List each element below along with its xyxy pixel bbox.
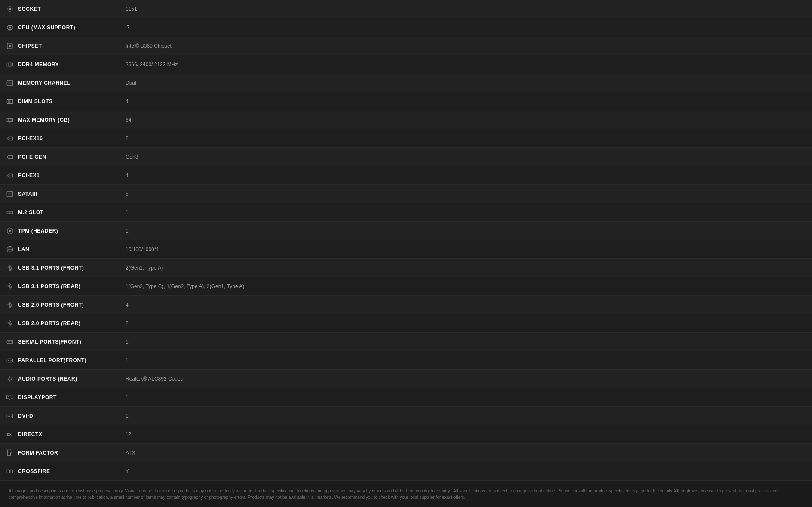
spec-value-pci-e-gen: Gen3 [120, 148, 812, 166]
spec-row-sataiii: SATAIII 5 [0, 185, 812, 203]
spec-value-memory-channel: Dual [120, 74, 812, 92]
spec-label-cell-pci-ex16: PCI-EX16 [0, 129, 120, 148]
spec-value-m2-slot: 1 [120, 203, 812, 222]
usb-icon [5, 319, 15, 328]
spec-row-tpm-header: TPM (HEADER) 1 [0, 222, 812, 240]
spec-value-crossfire: Y [120, 462, 812, 481]
spec-row-memory-channel: MEMORY CHANNEL Dual [0, 74, 812, 92]
spec-label-cell-parallel-port-front: PARALLEL PORT(FRONT) [0, 351, 120, 370]
dimm-icon [5, 97, 15, 106]
spec-row-displayport: D DISPLAYPORT 1 [0, 388, 812, 407]
spec-row-usb31-rear: USB 3.1 PORTS (REAR) 1(Gen2, Type C), 1(… [0, 277, 812, 296]
spec-label-cell-tpm-header: TPM (HEADER) [0, 222, 120, 240]
spec-value-usb31-rear: 1(Gen2, Type C), 1(Gen2, Type A), 2(Gen1… [120, 277, 812, 296]
spec-value-dvi-d: 1 [120, 407, 812, 425]
spec-label-cell-usb31-rear: USB 3.1 PORTS (REAR) [0, 277, 120, 296]
spec-value-sataiii: 5 [120, 185, 812, 203]
spec-label-serial-ports-front: SERIAL PORTS(FRONT) [18, 339, 81, 345]
spec-value-chipset: Intel® B360 Chipset [120, 37, 812, 55]
memory-channel-icon [5, 78, 15, 88]
svg-rect-30 [7, 63, 13, 66]
spec-value-socket: 1151 [120, 0, 812, 18]
spec-label-cell-lan: LAN [0, 240, 120, 259]
spec-label-m2-slot: M.2 SLOT [18, 209, 43, 215]
chipset-icon [5, 41, 15, 51]
displayport-icon: D [5, 393, 15, 402]
spec-label-lan: LAN [18, 246, 29, 252]
spec-value-form-factor: ATX [120, 444, 812, 462]
directx-icon: DX [5, 430, 15, 439]
spec-label-cell-max-memory: MAX MEMORY (GB) [0, 111, 120, 129]
svg-point-78 [8, 304, 9, 305]
spec-label-cpu-max-support: CPU (MAX SUPPORT) [18, 25, 75, 31]
usb-icon [5, 263, 15, 273]
svg-rect-15 [9, 27, 11, 29]
sata-icon [5, 189, 15, 199]
svg-point-97 [11, 416, 12, 417]
spec-label-cell-serial-ports-front: SERIAL PORTS(FRONT) [0, 333, 120, 351]
spec-label-dvi-d: DVI-D [18, 413, 33, 419]
spec-value-ddr4-memory: 2666/ 2400/ 2133 MHz [120, 55, 812, 74]
spec-value-cpu-max-support: i7 [120, 18, 812, 37]
svg-rect-84 [7, 359, 13, 362]
spec-label-tpm-header: TPM (HEADER) [18, 228, 58, 234]
spec-row-directx: DX DIRECTX 12 [0, 425, 812, 444]
spec-label-cell-pci-e-gen: PCI-E GEN [0, 148, 120, 166]
usb-icon [5, 300, 15, 310]
spec-label-cell-m2-slot: M.2 SLOT [0, 203, 120, 222]
svg-text:DX: DX [7, 433, 11, 436]
spec-label-socket: SOCKET [18, 6, 41, 12]
spec-label-cell-crossfire: CROSSFIRE [0, 462, 120, 481]
spec-row-lan: LAN 10/100/1000*1 [0, 240, 812, 259]
cpu-icon [5, 23, 15, 32]
svg-rect-1 [9, 8, 11, 10]
spec-value-dimm-slots: 4 [120, 92, 812, 111]
spec-label-cell-dvi-d: DVI-D [0, 407, 120, 425]
memory-icon [5, 115, 15, 125]
spec-label-pci-ex16: PCI-EX16 [18, 135, 43, 141]
spec-label-cell-directx: DX DIRECTX [0, 425, 120, 444]
spec-label-cell-dimm-slots: DIMM SLOTS [0, 92, 120, 111]
spec-label-dimm-slots: DIMM SLOTS [18, 98, 52, 104]
spec-label-pci-ex1: PCI-EX1 [18, 172, 40, 178]
spec-label-crossfire: CROSSFIRE [18, 468, 50, 474]
svg-point-95 [8, 416, 9, 417]
svg-point-70 [9, 230, 11, 232]
spec-row-usb31-front: USB 3.1 PORTS (FRONT) 2(Gen1, Type A) [0, 259, 812, 277]
spec-label-usb31-front: USB 3.1 PORTS (FRONT) [18, 265, 84, 271]
spec-value-audio-ports-rear: Realtek® ALC892 Codec [120, 370, 812, 388]
spec-row-serial-ports-front: SERIAL PORTS(FRONT) 1 [0, 333, 812, 351]
svg-rect-29 [9, 45, 11, 47]
specs-table: SOCKET 1151 CPU (MAX SUPPORT) i7 CHIPSET… [0, 0, 812, 481]
spec-value-pci-ex1: 4 [120, 166, 812, 185]
pci-icon [5, 134, 15, 143]
svg-rect-46 [7, 118, 13, 122]
crossfire-icon [5, 467, 15, 476]
spec-label-directx: DIRECTX [18, 431, 42, 437]
spec-row-audio-ports-rear: AUDIO PORTS (REAR) Realtek® ALC892 Codec [0, 370, 812, 388]
svg-point-79 [8, 322, 9, 323]
spec-row-pci-ex16: PCI-EX16 2 [0, 129, 812, 148]
svg-rect-100 [10, 470, 13, 473]
spec-row-dimm-slots: DIMM SLOTS 4 [0, 92, 812, 111]
svg-point-96 [9, 416, 10, 417]
svg-point-93 [9, 415, 10, 416]
spec-label-form-factor: FORM FACTOR [18, 450, 58, 456]
spec-label-cell-ddr4-memory: DDR4 MEMORY [0, 55, 120, 74]
spec-label-chipset: CHIPSET [18, 43, 42, 49]
spec-label-cell-form-factor: FORM FACTOR [0, 444, 120, 462]
spec-label-memory-channel: MEMORY CHANNEL [18, 80, 70, 86]
spec-label-ddr4-memory: DDR4 MEMORY [18, 61, 59, 68]
spec-label-cell-socket: SOCKET [0, 0, 120, 18]
spec-label-cell-displayport: D DISPLAYPORT [0, 388, 120, 407]
memory-icon [5, 60, 15, 69]
spec-value-directx: 12 [120, 425, 812, 444]
pci-icon [5, 152, 15, 162]
spec-row-pci-ex1: PCI-EX1 4 [0, 166, 812, 185]
spec-label-parallel-port-front: PARALLEL PORT(FRONT) [18, 357, 86, 363]
spec-value-usb31-front: 2(Gen1, Type A) [120, 259, 812, 277]
serial-icon [5, 337, 15, 347]
dvi-icon [5, 411, 15, 421]
spec-label-cell-memory-channel: MEMORY CHANNEL [0, 74, 120, 92]
pci-icon [5, 171, 15, 180]
